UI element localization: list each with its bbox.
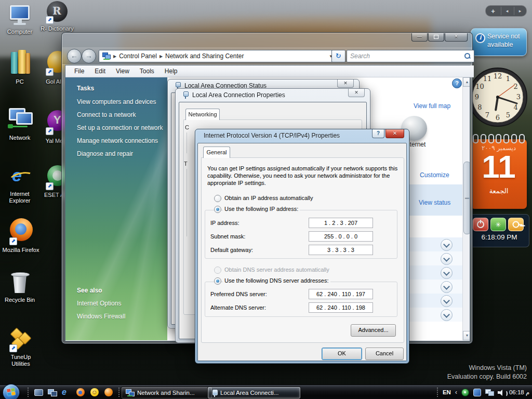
app-quicklaunch-button[interactable]: [104, 388, 113, 397]
desktop-icon-computer[interactable]: Computer: [0, 4, 39, 35]
calendar-gadget[interactable]: ديسمبر ٢٠٠٩ 11 الجمعة: [471, 134, 527, 211]
network-tray-icon[interactable]: [485, 389, 494, 396]
svg-text:9: 9: [475, 93, 479, 101]
service-gadget[interactable]: i Service not available: [471, 28, 527, 56]
sidebar-controls[interactable]: + ◂ ▸: [485, 5, 527, 17]
radio-use-ip-label[interactable]: Use the following IP address:: [223, 206, 300, 212]
dialog-help-button[interactable]: ?: [372, 129, 384, 138]
close-button[interactable]: ✕: [445, 33, 468, 42]
scroll-up-button[interactable]: ▲: [463, 77, 470, 87]
language-indicator[interactable]: EN: [443, 389, 451, 395]
sidebar-item-connect-network[interactable]: Connect to a network: [77, 111, 136, 118]
taskbar-button-network-sharing[interactable]: Network and Sharin...: [121, 387, 212, 399]
breadcrumb[interactable]: ▶ Control Panel ▶ Network and Sharing Ce…: [99, 50, 337, 62]
sidebar-item-internet-options[interactable]: Internet Options: [77, 300, 121, 307]
volume-tray-icon[interactable]: [498, 389, 505, 396]
tab-general[interactable]: General: [203, 147, 230, 158]
radio-use-dns-label[interactable]: Use the following DNS server addresses:: [223, 277, 330, 284]
expand-chevron-button[interactable]: [441, 281, 453, 293]
desktop-icon-r-dictionary[interactable]: R ⬈ R- Dictionary: [37, 1, 77, 32]
expand-chevron-button[interactable]: [441, 309, 453, 321]
ok-button[interactable]: OK: [322, 348, 362, 360]
menu-help[interactable]: Help: [160, 68, 182, 75]
lock-button[interactable]: [508, 218, 524, 231]
subnet-mask-label: Subnet mask:: [210, 233, 245, 240]
preferred-dns-input[interactable]: 62 . 240 . 110 . 197: [309, 289, 373, 299]
window-caption-buttons: — ✕: [411, 33, 468, 42]
expand-chevron-button[interactable]: [441, 239, 453, 251]
yahoo-quicklaunch-button[interactable]: ☺: [90, 388, 99, 397]
desktop-icon-internet-explorer[interactable]: e Internet Explorer: [0, 165, 39, 204]
menu-file[interactable]: File: [70, 68, 89, 75]
help-icon[interactable]: ?: [452, 78, 462, 88]
clock-gadget[interactable]: 123456789101112: [467, 66, 528, 128]
vertical-scrollbar[interactable]: ▲ ▬ ▼: [462, 77, 470, 340]
radio-obtain-ip[interactable]: [214, 195, 221, 202]
add-gadget-button[interactable]: +: [486, 7, 500, 15]
close-button[interactable]: ✕: [348, 89, 365, 97]
ie-quicklaunch-button[interactable]: e: [62, 388, 71, 397]
view-status-link[interactable]: View status: [419, 199, 450, 206]
taskbar-clock[interactable]: 06:18 م: [509, 389, 529, 396]
radio-use-dns[interactable]: [214, 277, 221, 285]
menu-edit[interactable]: Edit: [90, 68, 110, 75]
taskbar-button-lan-connection[interactable]: Local Area Connecti...: [207, 387, 301, 399]
view-full-map-link[interactable]: View full map: [414, 102, 450, 110]
menu-view[interactable]: View: [111, 68, 134, 75]
hidden-icons-chevron[interactable]: ‹: [455, 389, 457, 396]
desktop-icon-pc[interactable]: PC: [0, 50, 39, 85]
desktop-icon-network[interactable]: Network: [0, 107, 39, 141]
calendar-weekday: الجمعة: [471, 187, 527, 195]
gadget-prev-button[interactable]: ◂: [501, 7, 513, 15]
default-gateway-input[interactable]: 3 . 3 . 3 . 3: [309, 245, 373, 255]
shutdown-button[interactable]: [473, 218, 488, 231]
tab-networking[interactable]: Networking: [185, 109, 220, 120]
expand-chevron-button[interactable]: [441, 295, 453, 307]
sidebar-item-windows-firewall[interactable]: Windows Firewall: [77, 313, 125, 320]
breadcrumb-network-sharing[interactable]: Network and Sharing Center: [165, 52, 244, 60]
firefox-quicklaunch-button[interactable]: [76, 388, 85, 397]
radio-use-ip[interactable]: [214, 206, 221, 213]
expand-chevron-button[interactable]: [441, 267, 453, 279]
alternate-dns-input[interactable]: 62 . 240 . 110 . 198: [309, 302, 373, 313]
sidebar-item-setup-connection[interactable]: Set up a connection or network: [77, 124, 163, 131]
advanced-button[interactable]: Advanced...: [351, 324, 396, 337]
menu-tools[interactable]: Tools: [135, 68, 159, 75]
sidebar-item-view-computers[interactable]: View computers and devices: [77, 98, 156, 105]
customize-link[interactable]: Customize: [420, 171, 449, 179]
start-button[interactable]: [3, 384, 20, 399]
maximize-button[interactable]: [428, 33, 444, 42]
subnet-mask-input[interactable]: 255 . 0 . 0 . 0: [309, 231, 373, 242]
cancel-button[interactable]: Cancel: [365, 348, 404, 360]
show-desktop-button[interactable]: [34, 388, 43, 397]
scroll-down-button[interactable]: ▼: [463, 331, 470, 340]
switch-windows-button[interactable]: [48, 388, 57, 397]
radio-obtain-dns-label[interactable]: Obtain DNS server address automatically: [223, 267, 331, 273]
desktop-icon-recycle-bin[interactable]: Recycle Bin: [0, 272, 39, 303]
breadcrumb-control-panel[interactable]: Control Panel: [119, 52, 157, 60]
restart-button[interactable]: ✳: [490, 218, 506, 231]
app-tray-icon[interactable]: [473, 389, 481, 396]
desktop: Computer R ⬈ R- Dictionary PC ⬈ Gol Al-W: [0, 0, 532, 399]
antivirus-tray-icon[interactable]: [461, 389, 469, 396]
vista-watermark: Windows Vista (TM) Evaluation copy. Buil…: [447, 364, 527, 381]
refresh-button[interactable]: ↻: [331, 50, 345, 62]
gadget-next-button[interactable]: ▸: [514, 7, 526, 15]
menu-bar: File Edit View Tools Help: [65, 65, 474, 77]
forward-button[interactable]: →: [82, 49, 96, 63]
sidebar-item-diagnose-repair[interactable]: Diagnose and repair: [77, 150, 133, 157]
sidebar-item-manage-connections[interactable]: Manage network connections: [77, 137, 158, 144]
close-button[interactable]: ✕: [337, 79, 354, 88]
radio-obtain-ip-label[interactable]: Obtain an IP address automatically: [223, 195, 314, 201]
desktop-icon-tuneup[interactable]: ⬈ TuneUp Utilities: [1, 327, 41, 367]
expand-chevron-button[interactable]: [441, 253, 453, 265]
desktop-icon-firefox[interactable]: ⬈ Mozilla Firefox: [1, 218, 41, 254]
close-button[interactable]: ✕: [385, 129, 404, 138]
search-input[interactable]: Search: [347, 50, 474, 62]
radio-obtain-dns[interactable]: [214, 267, 221, 274]
minimize-button[interactable]: —: [411, 33, 428, 42]
ip-address-input[interactable]: 1 . 2 . 3 . 207: [309, 218, 373, 228]
back-button[interactable]: ←: [67, 49, 82, 63]
search-icon[interactable]: [464, 53, 471, 59]
scrollbar-thumb[interactable]: ▬: [463, 162, 470, 234]
